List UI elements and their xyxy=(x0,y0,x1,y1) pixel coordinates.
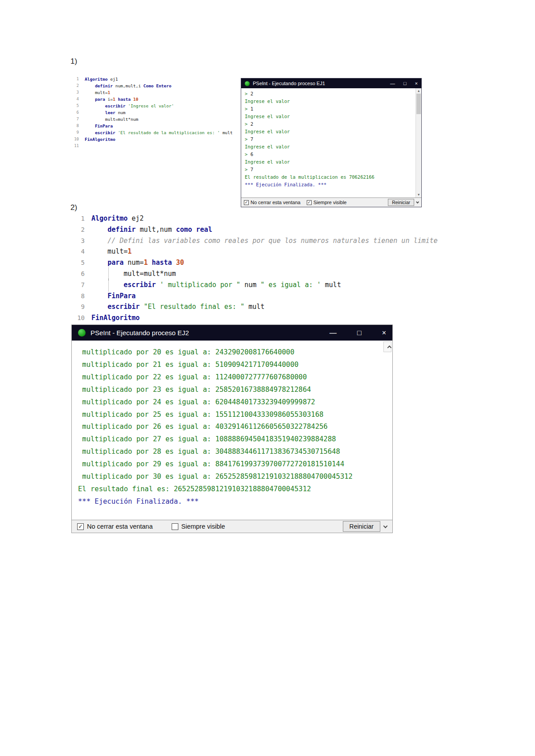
console-line: multiplicado por 27 es igual a: 10888869… xyxy=(78,433,386,446)
console-line: multiplicado por 30 es igual a: 26525285… xyxy=(78,471,386,483)
scroll-thumb[interactable] xyxy=(416,94,421,114)
line-number: 7 xyxy=(73,279,85,291)
console-line: > 2 xyxy=(245,90,418,98)
console-line: > 2 xyxy=(245,120,418,128)
title-bar[interactable]: PSeInt - Ejecutando proceso EJ1 — □ × xyxy=(241,78,421,88)
code-line: 10FinAlgoritmo xyxy=(73,312,438,324)
checkbox-box: ✓ xyxy=(77,523,84,530)
console-line: *** Ejecución Finalizada. *** xyxy=(78,496,386,508)
checkbox-label: No cerrar esta ventana xyxy=(87,523,153,530)
restart-button[interactable]: Reiniciar xyxy=(343,521,380,532)
line-number: 11 xyxy=(71,143,79,149)
window-title: PSeInt - Ejecutando proceso EJ1 xyxy=(253,81,325,86)
console-line: multiplicado por 23 es igual a: 25852016… xyxy=(78,384,386,396)
line-number: 2 xyxy=(73,224,85,235)
scroll-up-icon[interactable] xyxy=(387,345,391,349)
scroll-up-icon[interactable]: ▲ xyxy=(416,89,421,93)
console-line: Ingrese el valor xyxy=(245,128,418,136)
code-line: 2 definir num,mult,i Como Entero xyxy=(71,82,233,89)
scroll-down-icon[interactable]: ▼ xyxy=(416,193,421,197)
line-number: 6 xyxy=(71,109,79,116)
checkmark-icon: ✓ xyxy=(245,200,248,205)
code-line: 5 escribir 'Ingrese el valor' xyxy=(71,103,233,109)
code-line: 11 xyxy=(71,143,233,149)
line-number: 7 xyxy=(71,116,79,123)
console-footer: ✓ No cerrar esta ventana ✓ Siempre visib… xyxy=(241,197,421,207)
pseint-logo-icon xyxy=(245,81,250,86)
code-line: 10FinAlgoritmo xyxy=(71,136,233,143)
no-close-checkbox[interactable]: ✓ No cerrar esta ventana xyxy=(77,523,153,530)
line-number: 5 xyxy=(71,103,79,109)
checkbox-box: ✓ xyxy=(307,200,312,205)
chevron-down-icon[interactable] xyxy=(416,200,419,203)
code-line: 6 mult=mult*num xyxy=(73,268,438,279)
checkbox-box xyxy=(172,523,178,530)
always-visible-checkbox[interactable]: ✓ Siempre visible xyxy=(307,200,347,205)
console-line: El resultado de la multiplicacion es 706… xyxy=(245,173,418,181)
execution-window-ej1: PSeInt - Ejecutando proceso EJ1 — □ × > … xyxy=(241,78,422,207)
console-line: El resultado final es: 26525285981219103… xyxy=(78,483,386,496)
checkmark-icon: ✓ xyxy=(78,523,82,530)
line-number: 1 xyxy=(73,213,85,224)
code-line: 1Algoritmo ej1 xyxy=(71,76,233,82)
pseint-logo-icon xyxy=(78,329,86,337)
line-number: 3 xyxy=(71,89,79,96)
console-line: > 7 xyxy=(245,166,418,173)
checkbox-label: Siempre visible xyxy=(313,200,347,205)
minimize-button[interactable]: — xyxy=(329,329,337,337)
code-line: 6 leer num xyxy=(71,109,233,116)
console-line: > 6 xyxy=(245,151,418,158)
console-line: > 7 xyxy=(245,136,418,143)
close-button[interactable]: × xyxy=(415,81,418,86)
scrollbar[interactable] xyxy=(383,341,391,352)
pseint-editor-ej1: 1Algoritmo ej12 definir num,mult,i Como … xyxy=(71,76,233,149)
code-line: 7 escribir ' multiplicado por " num " es… xyxy=(73,279,438,291)
code-line: 3 // Defini las variables como reales po… xyxy=(73,235,438,247)
maximize-button[interactable]: □ xyxy=(357,329,362,337)
scrollbar[interactable]: ▲ ▼ xyxy=(416,88,421,197)
console-footer: ✓ No cerrar esta ventana Siempre visible… xyxy=(72,520,392,533)
execution-window-ej2: PSeInt - Ejecutando proceso EJ2 — □ × mu… xyxy=(71,325,393,533)
line-number: 3 xyxy=(73,235,85,247)
always-visible-checkbox[interactable]: Siempre visible xyxy=(172,523,225,530)
chevron-down-icon[interactable] xyxy=(383,524,388,528)
console-line: *** Ejecución Finalizada. *** xyxy=(245,181,418,189)
code-line: 8 FinPara xyxy=(71,123,233,129)
console-line: Ingrese el valor xyxy=(245,98,418,105)
console-line: Ingrese el valor xyxy=(245,113,418,120)
restart-button[interactable]: Reiniciar xyxy=(388,199,414,206)
title-bar[interactable]: PSeInt - Ejecutando proceso EJ2 — □ × xyxy=(72,325,392,341)
code-line: 4 para i=1 hasta 10 xyxy=(71,96,233,103)
checkbox-label: No cerrar esta ventana xyxy=(251,200,300,205)
no-close-checkbox[interactable]: ✓ No cerrar esta ventana xyxy=(244,200,300,205)
close-button[interactable]: × xyxy=(382,329,386,337)
console-line: multiplicado por 24 es igual a: 62044840… xyxy=(78,396,386,409)
line-number: 6 xyxy=(73,268,85,279)
line-number: 9 xyxy=(71,129,79,136)
line-number: 8 xyxy=(73,291,85,302)
console-line: Ingrese el valor xyxy=(245,158,418,166)
window-title: PSeInt - Ejecutando proceso EJ2 xyxy=(91,329,189,337)
section-1-label: 1) xyxy=(70,57,77,66)
code-line: 4 mult=1 xyxy=(73,246,438,257)
minimize-button[interactable]: — xyxy=(390,81,395,86)
line-number: 10 xyxy=(71,136,79,143)
line-number: 5 xyxy=(73,257,85,268)
checkmark-icon: ✓ xyxy=(308,200,311,205)
console-line: multiplicado por 28 es igual a: 30488834… xyxy=(78,446,386,458)
code-line: 5 para num=1 hasta 30 xyxy=(73,257,438,268)
maximize-button[interactable]: □ xyxy=(403,81,407,86)
line-number: 8 xyxy=(71,123,79,129)
console-line: multiplicado por 22 es igual a: 11240007… xyxy=(78,371,386,384)
code-line: 8 FinPara xyxy=(73,291,438,302)
code-line: 2 definir mult,num como real xyxy=(73,224,438,235)
checkbox-box: ✓ xyxy=(244,200,249,205)
code-line: 1Algoritmo ej2 xyxy=(73,213,438,224)
console-line: > 1 xyxy=(245,105,418,113)
line-number: 4 xyxy=(71,96,79,103)
line-number: 2 xyxy=(71,82,79,89)
line-number: 4 xyxy=(73,246,85,257)
checkbox-label: Siempre visible xyxy=(181,523,225,530)
code-line: 9 escribir "El resultado final es: " mul… xyxy=(73,301,438,312)
code-line: 9 escribir 'El resultado de la multiplic… xyxy=(71,129,233,136)
